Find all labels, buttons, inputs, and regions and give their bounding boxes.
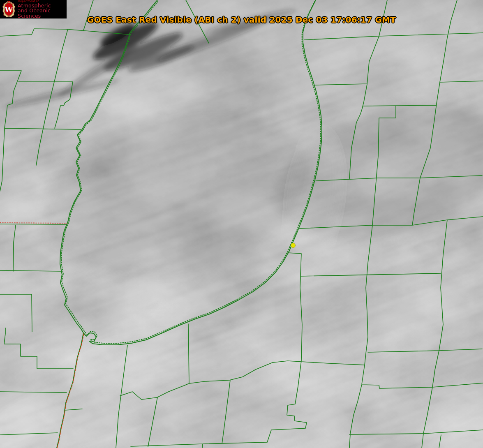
station-marker xyxy=(291,243,296,248)
uw-crest-icon: W xyxy=(2,1,16,18)
crest-letter: W xyxy=(5,5,13,14)
logo-text: Department of Atmospheric and Oceanic Sc… xyxy=(18,0,67,18)
satellite-product-page: W Department of Atmospheric and Oceanic … xyxy=(0,0,483,448)
logo-name-line2: and Oceanic Sciences xyxy=(18,8,67,18)
uw-aos-logo[interactable]: W Department of Atmospheric and Oceanic … xyxy=(0,0,67,18)
cloud-texture xyxy=(0,0,483,448)
satellite-map-canvas xyxy=(0,0,483,448)
product-title: GOES East Red Visible (ABI ch 2) valid 2… xyxy=(87,15,396,25)
